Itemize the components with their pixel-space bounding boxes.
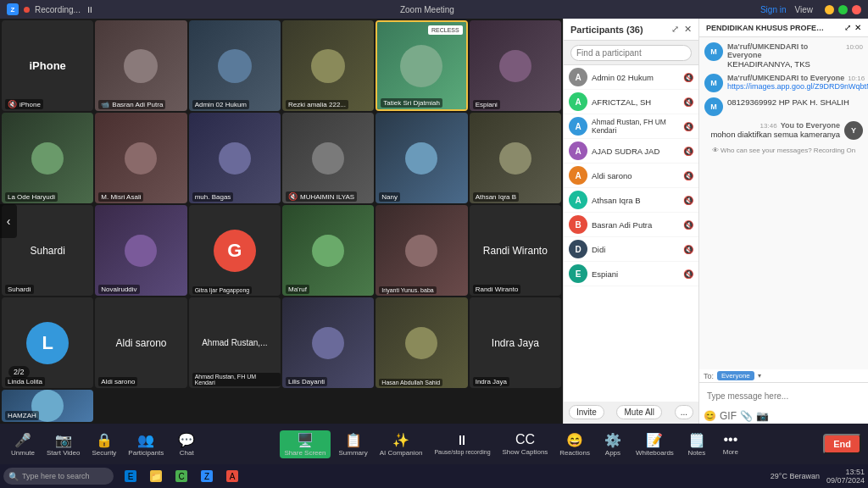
time-display: 13:51 bbox=[826, 468, 865, 476]
app-icon: A bbox=[226, 470, 238, 482]
mute-all-button[interactable]: Mute All bbox=[616, 405, 662, 419]
participants-panel: Participants (36) ⤢ ✕ A Admin 02 Hukum 🔇… bbox=[563, 19, 698, 424]
chat-content: Ma'ruf/UMKENDARI to Everyone 10:16 https… bbox=[727, 74, 868, 92]
chat-close-icon[interactable]: ✕ bbox=[854, 23, 861, 32]
mic-icon: 🔇 bbox=[8, 100, 17, 108]
list-item: E Espiani 🔇 bbox=[564, 262, 698, 286]
view-link[interactable]: View bbox=[795, 5, 814, 14]
cell-label-lilis: Lilis Dayanti bbox=[286, 377, 327, 386]
video-icon: 📷 bbox=[55, 432, 72, 448]
chat-gif-button[interactable]: GIF bbox=[720, 410, 737, 422]
list-item: D Didi 🔇 bbox=[564, 237, 698, 262]
whiteboards-button[interactable]: 📝 Whiteboards bbox=[632, 430, 678, 459]
list-item: A Ahmad Rustan, FH UM Kendari 🔇 bbox=[564, 114, 698, 139]
summary-button[interactable]: 📋 Summary bbox=[334, 430, 371, 459]
taskbar-zoom[interactable]: Z bbox=[196, 469, 218, 484]
participants-close-icon[interactable]: ✕ bbox=[684, 24, 692, 35]
chat-content: Ma'ruf/UMKENDARI to Everyone 10:00 KEHAD… bbox=[727, 42, 863, 69]
video-cell-athsan: Athsan Iqra B bbox=[470, 113, 561, 203]
participants-more-button[interactable]: ... bbox=[675, 405, 693, 419]
cell-label-maruf: Ma'ruf bbox=[286, 285, 309, 294]
apps-button[interactable]: ⚙️ Apps bbox=[598, 430, 628, 459]
participants-button[interactable]: 👥 Participants bbox=[124, 430, 168, 459]
chat-time: 10:00 bbox=[846, 43, 863, 51]
participant-search-input[interactable] bbox=[570, 45, 692, 61]
ai-companion-button[interactable]: ✨ AI Companion bbox=[376, 430, 427, 459]
participant-name: Didi bbox=[592, 245, 679, 254]
participants-label: Participants bbox=[128, 449, 164, 457]
participants-expand-icon[interactable]: ⤢ bbox=[671, 24, 679, 35]
invite-button[interactable]: Invite bbox=[569, 405, 604, 419]
list-item: A Aldi sarono 🔇 bbox=[564, 164, 698, 188]
chat-toolbar: 😊 GIF 📎 📷 bbox=[699, 408, 868, 424]
maximize-button[interactable] bbox=[838, 5, 848, 14]
close-button[interactable] bbox=[852, 5, 861, 14]
security-button[interactable]: 🔒 Security bbox=[87, 430, 120, 459]
participant-icons: 🔇 bbox=[683, 147, 693, 156]
captions-button[interactable]: CC Show Captions bbox=[498, 430, 553, 458]
video-cell-muhaimin: 🔇 MUHAIMIN ILYAS bbox=[282, 113, 374, 203]
cell-label-bagas: muh. Bagas bbox=[192, 192, 234, 202]
participant-name: AFRICTZAL, SH bbox=[592, 97, 679, 107]
sign-in-link[interactable]: Sign in bbox=[760, 5, 787, 14]
start-video-button[interactable]: 📷 Start Video bbox=[42, 430, 84, 459]
reactions-button[interactable]: 😄 Reactions bbox=[555, 430, 594, 459]
participant-name: Aldi sarono bbox=[592, 171, 679, 180]
chat-file-button[interactable]: 📎 bbox=[740, 410, 753, 422]
windows-search[interactable]: 🔍 Type here to search bbox=[3, 468, 114, 485]
avatar: E bbox=[569, 264, 587, 283]
cell-label-novalruddiv: Novalruddiv bbox=[98, 285, 139, 294]
mic-icon: 🎤 bbox=[14, 432, 31, 448]
notes-button[interactable]: 🗒️ Notes bbox=[682, 430, 712, 459]
chat-to-row: To: Everyone ▾ bbox=[699, 369, 868, 382]
end-button[interactable]: End bbox=[823, 434, 861, 454]
more-button[interactable]: ••• More bbox=[715, 430, 746, 458]
share-label: Share Screen bbox=[285, 449, 326, 457]
chat-header: PENDIDIKAN KHUSUS PROFESI A... ⤢ ✕ bbox=[699, 19, 868, 37]
prev-page-arrow[interactable]: ‹ bbox=[0, 204, 17, 238]
video-cell-aldi: Aldi sarono Aldi sarono bbox=[95, 297, 186, 388]
everyone-badge[interactable]: Everyone bbox=[717, 371, 754, 380]
participants-icon: 👥 bbox=[137, 432, 154, 448]
cell-label-admin: Admin 02 Hukum bbox=[192, 100, 249, 109]
participants-actions: ⤢ ✕ bbox=[671, 24, 692, 35]
record-button[interactable]: ⏸ Pause/stop recording bbox=[430, 430, 494, 458]
chat-link[interactable]: https://images.app.goo.gl/Z9DRD9nWqbtNTQ… bbox=[727, 82, 868, 91]
chat-screenshot-button[interactable]: 📷 bbox=[756, 410, 769, 422]
taskbar-file-explorer[interactable]: 📁 bbox=[145, 469, 167, 484]
taskbar-app[interactable]: A bbox=[221, 469, 243, 484]
weather-label: 29°C Berawan bbox=[771, 472, 820, 480]
taskbar-browser[interactable]: E bbox=[120, 469, 142, 484]
participant-icons: 🔇 bbox=[683, 97, 693, 107]
chat-input-area bbox=[699, 382, 868, 408]
taskbar-chrome[interactable]: C bbox=[170, 469, 192, 484]
recording-label: Recording... bbox=[35, 5, 81, 14]
chat-expand-icon[interactable]: ⤢ bbox=[844, 23, 851, 32]
participant-name: Basran Adi Putra bbox=[592, 220, 679, 230]
participants-title: Participants (36) bbox=[570, 25, 643, 35]
avatar: A bbox=[569, 68, 587, 86]
avatar: A bbox=[569, 117, 587, 136]
list-item: A AFRICTZAL, SH 🔇 bbox=[564, 90, 698, 114]
chat-sender: You to Everyone bbox=[781, 121, 840, 130]
unmute-button[interactable]: 🎤 Unmute bbox=[7, 430, 39, 459]
more-icon: ••• bbox=[723, 432, 737, 447]
chat-input[interactable] bbox=[704, 388, 864, 404]
chat-button[interactable]: 💬 Chat bbox=[171, 430, 202, 459]
whiteboards-label: Whiteboards bbox=[636, 449, 674, 457]
chat-emoji-button[interactable]: 😊 bbox=[704, 410, 716, 422]
share-screen-button[interactable]: 🖥️ Share Screen bbox=[280, 430, 331, 458]
avatar: A bbox=[569, 191, 587, 209]
unmute-label: Unmute bbox=[11, 449, 35, 457]
minimize-button[interactable] bbox=[825, 5, 834, 14]
chat-time: 13:46 bbox=[760, 122, 777, 130]
cell-label-linda: Linda Lolita bbox=[5, 377, 45, 386]
zoom-toolbar: 🎤 Unmute 📷 Start Video 🔒 Security 👥 Part… bbox=[0, 424, 868, 464]
zoom-logo: Z bbox=[7, 3, 19, 15]
captions-icon: CC bbox=[515, 432, 535, 447]
chat-avatar: Y bbox=[844, 121, 863, 140]
video-cell-basran: 📹 Basran Adi Putra bbox=[95, 20, 186, 111]
chat-title: PENDIDIKAN KHUSUS PROFESI A... bbox=[706, 24, 825, 32]
recording-pause[interactable]: ⏸ bbox=[86, 5, 94, 14]
recording-who-icon: 👁 bbox=[712, 147, 719, 154]
